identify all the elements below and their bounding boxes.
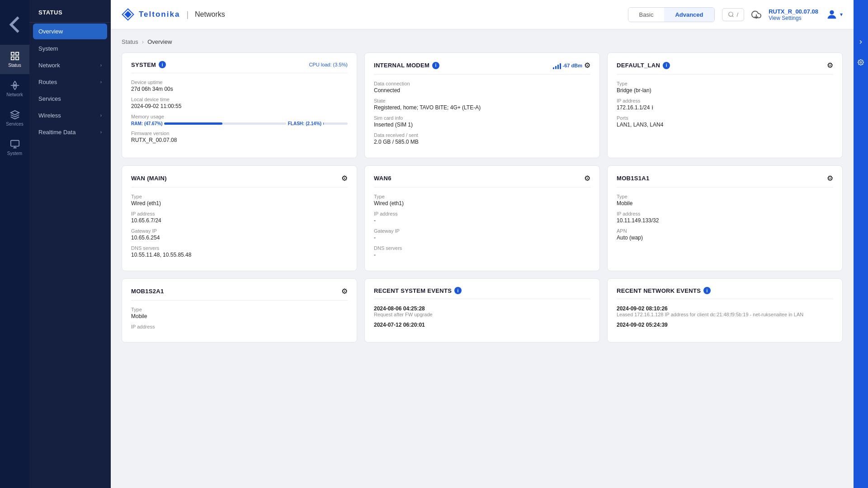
network-event1-desc: Leased 172.16.1.128 IP address for clien… bbox=[617, 312, 833, 317]
cloud-update-button[interactable] bbox=[751, 9, 761, 19]
mob1s1a1-ip-row: IP address 10.11.149.133/32 bbox=[617, 211, 833, 224]
breadcrumb-separator: › bbox=[142, 38, 144, 45]
mode-basic-button[interactable]: Basic bbox=[628, 8, 665, 22]
lan-ports-value: LAN1, LAN3, LAN4 bbox=[617, 122, 833, 128]
mob1s2a1-ip-row: IP address bbox=[131, 324, 348, 329]
system-event2-row: 2024-07-12 06:20:01 bbox=[374, 322, 590, 328]
wan-main-card: WAN (MAIN) ⚙ Type Wired (eth1) IP addres… bbox=[122, 165, 357, 271]
modem-card-title: INTERNAL MODEM bbox=[374, 62, 429, 69]
lan-ports-label: Ports bbox=[617, 115, 833, 121]
recent-network-info-icon[interactable]: i bbox=[703, 287, 711, 294]
collapse-button[interactable] bbox=[0, 5, 29, 45]
mob1s2a1-card-title: MOB1S2A1 bbox=[131, 288, 164, 295]
wan-ip-value: 10.65.6.7/24 bbox=[131, 217, 348, 224]
wan6-gateway-value: - bbox=[374, 235, 590, 241]
nav-services[interactable]: Services bbox=[0, 103, 29, 133]
sim-value: Inserted (SIM 1) bbox=[374, 122, 590, 128]
view-settings-link[interactable]: View Settings bbox=[769, 15, 818, 21]
svg-rect-0 bbox=[11, 52, 14, 55]
state-label: State bbox=[374, 98, 590, 103]
search-slash: / bbox=[737, 11, 739, 18]
nav-network-label: Network bbox=[6, 92, 23, 97]
content-area: Status › Overview SYSTEM i CPU load: (3.… bbox=[111, 29, 854, 488]
wan-type-label: Type bbox=[131, 194, 348, 199]
sidebar-item-realtime-data[interactable]: Realtime Data › bbox=[29, 124, 111, 141]
local-time-value: 2024-09-02 11:00:55 bbox=[131, 103, 348, 109]
recent-system-events-title: RECENT SYSTEM EVENTS bbox=[374, 287, 452, 294]
cpu-load-value: CPU load: (3.5%) bbox=[309, 62, 348, 67]
recent-system-info-icon[interactable]: i bbox=[454, 287, 462, 294]
wan6-ip-label: IP address bbox=[374, 211, 590, 216]
wan-main-card-title: WAN (MAIN) bbox=[131, 175, 167, 182]
mob1s1a1-apn-label: APN bbox=[617, 228, 833, 234]
wan6-gear-icon[interactable]: ⚙ bbox=[584, 174, 590, 183]
sidebar-item-system[interactable]: System bbox=[29, 40, 111, 57]
data-conn-label: Data connection bbox=[374, 81, 590, 86]
lan-ip-row: IP address 172.16.1.1/24 i bbox=[617, 98, 833, 111]
sidebar-item-services[interactable]: Services bbox=[29, 90, 111, 107]
svg-point-8 bbox=[728, 12, 732, 16]
memory-usage-row: Memory usage RAM: (47.67%) FLASH: (2.14%… bbox=[131, 114, 348, 126]
modem-gear-icon[interactable]: ⚙ bbox=[584, 61, 590, 70]
flash-label: FLASH: (2.14%) bbox=[288, 121, 321, 126]
system-card: SYSTEM i CPU load: (3.5%) Device uptime … bbox=[122, 52, 357, 158]
svg-rect-3 bbox=[11, 57, 14, 60]
breadcrumb: Status › Overview bbox=[122, 38, 843, 45]
wan-type-row: Type Wired (eth1) bbox=[131, 194, 348, 206]
right-panel-collapse-icon[interactable] bbox=[855, 36, 867, 49]
svg-rect-1 bbox=[15, 52, 18, 55]
user-menu[interactable]: ▾ bbox=[826, 8, 843, 21]
wan-ip-row: IP address 10.65.6.7/24 bbox=[131, 211, 348, 224]
mode-advanced-button[interactable]: Advanced bbox=[664, 8, 714, 22]
local-time-label: Local device time bbox=[131, 97, 348, 102]
wan6-type-row: Type Wired (eth1) bbox=[374, 194, 590, 206]
right-panel-settings-icon[interactable] bbox=[855, 56, 867, 70]
recent-network-events-card: RECENT NETWORK EVENTS i 2024-09-02 08:10… bbox=[607, 278, 843, 343]
network-event2-time: 2024-09-02 05:24:39 bbox=[617, 322, 833, 328]
svg-point-11 bbox=[860, 61, 862, 63]
topbar-right: RUTX_R_00.07.08 View Settings ▾ bbox=[769, 8, 843, 21]
data-conn-value: Connected bbox=[374, 87, 590, 94]
sidebar-section-title: STATUS bbox=[29, 0, 111, 23]
lan-info-icon[interactable]: i bbox=[663, 62, 670, 69]
lan-type-label: Type bbox=[617, 81, 833, 86]
lan-gear-icon[interactable]: ⚙ bbox=[827, 61, 833, 70]
sidebar-item-wireless[interactable]: Wireless › bbox=[29, 107, 111, 124]
system-info-icon[interactable]: i bbox=[159, 61, 166, 68]
wan6-type-label: Type bbox=[374, 194, 590, 199]
cards-grid: SYSTEM i CPU load: (3.5%) Device uptime … bbox=[122, 52, 843, 343]
internal-modem-card: INTERNAL MODEM i -67 dBm ⚙ bbox=[364, 52, 600, 158]
network-event2-row: 2024-09-02 05:24:39 bbox=[617, 322, 833, 328]
mob1s1a1-gear-icon[interactable]: ⚙ bbox=[827, 174, 833, 183]
sidebar-item-overview[interactable]: Overview bbox=[33, 23, 107, 39]
lan-ip-info-icon[interactable]: i bbox=[652, 105, 653, 110]
lan-type-value: Bridge (br-lan) bbox=[617, 87, 833, 94]
user-avatar-icon bbox=[826, 8, 838, 21]
data-label: Data received / sent bbox=[374, 132, 590, 138]
mob1s2a1-gear-icon[interactable]: ⚙ bbox=[341, 287, 348, 296]
mode-toggle: Basic Advanced bbox=[628, 7, 715, 22]
nav-services-label: Services bbox=[6, 122, 23, 127]
sidebar-item-routes[interactable]: Routes › bbox=[29, 74, 111, 90]
wan-gateway-label: Gateway IP bbox=[131, 228, 348, 234]
modem-info-icon[interactable]: i bbox=[432, 62, 439, 69]
ram-progress-bar bbox=[164, 122, 222, 125]
sidebar-item-network[interactable]: Network › bbox=[29, 57, 111, 74]
wan6-card-title: WAN6 bbox=[374, 175, 392, 182]
device-uptime-row: Device uptime 27d 06h 34m 00s bbox=[131, 80, 348, 92]
wan-dns-label: DNS servers bbox=[131, 245, 348, 251]
default-lan-card: DEFAULT_LAN i ⚙ Type Bridge (br-lan) IP … bbox=[607, 52, 843, 158]
chevron-right-icon: › bbox=[100, 80, 102, 84]
svg-point-10 bbox=[830, 10, 834, 14]
wan-main-gear-icon[interactable]: ⚙ bbox=[341, 174, 348, 183]
nav-status[interactable]: Status bbox=[0, 45, 29, 74]
search-box[interactable]: / bbox=[722, 8, 745, 21]
lan-ports-row: Ports LAN1, LAN3, LAN4 bbox=[617, 115, 833, 128]
mob1s1a1-type-row: Type Mobile bbox=[617, 194, 833, 206]
data-value: 2.0 GB / 585.0 MB bbox=[374, 139, 590, 145]
nav-system[interactable]: System bbox=[0, 133, 29, 162]
lan-ip-label: IP address bbox=[617, 98, 833, 103]
topbar: Teltonika | Networks Basic Advanced / RU… bbox=[111, 0, 854, 29]
nav-network[interactable]: Network bbox=[0, 74, 29, 103]
mob1s1a1-ip-value: 10.11.149.133/32 bbox=[617, 217, 833, 224]
